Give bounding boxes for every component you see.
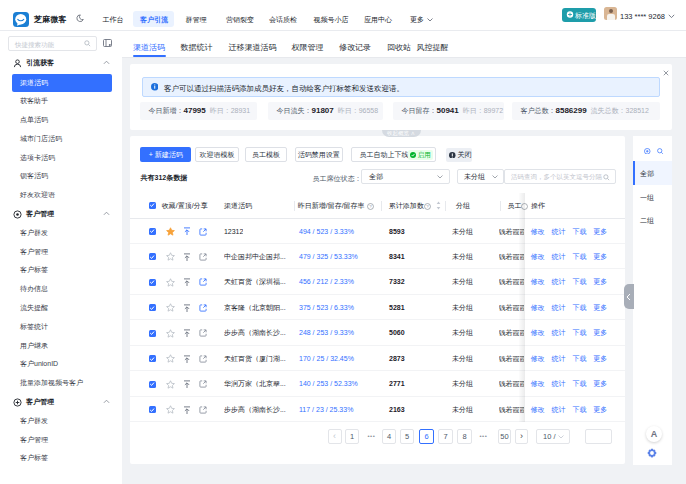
svg-text:?: ? — [369, 204, 372, 209]
svg-text:?: ? — [426, 204, 429, 209]
